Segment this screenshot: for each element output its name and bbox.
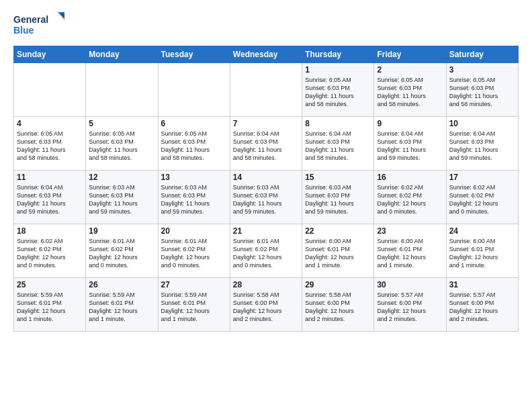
weekday-header: Saturday (446, 46, 518, 63)
calendar-cell: 19Sunrise: 6:01 AM Sunset: 6:02 PM Dayli… (86, 224, 158, 278)
calendar-cell (86, 63, 158, 117)
cell-info: Sunrise: 6:03 AM Sunset: 6:03 PM Dayligh… (305, 183, 371, 216)
calendar-cell: 4Sunrise: 6:05 AM Sunset: 6:03 PM Daylig… (14, 117, 86, 171)
cell-info: Sunrise: 6:00 AM Sunset: 6:01 PM Dayligh… (449, 237, 515, 270)
svg-text:Blue: Blue (13, 25, 34, 36)
calendar-week-row: 1Sunrise: 6:05 AM Sunset: 6:03 PM Daylig… (14, 63, 519, 117)
calendar-cell: 6Sunrise: 6:05 AM Sunset: 6:03 PM Daylig… (158, 117, 230, 171)
cell-info: Sunrise: 6:01 AM Sunset: 6:02 PM Dayligh… (161, 237, 227, 270)
calendar-cell (158, 63, 230, 117)
weekday-header: Sunday (14, 46, 86, 63)
calendar-cell: 28Sunrise: 5:58 AM Sunset: 6:00 PM Dayli… (230, 278, 302, 332)
calendar-cell: 23Sunrise: 6:00 AM Sunset: 6:01 PM Dayli… (374, 224, 446, 278)
cell-info: Sunrise: 6:02 AM Sunset: 6:02 PM Dayligh… (449, 183, 515, 216)
cell-info: Sunrise: 5:59 AM Sunset: 6:01 PM Dayligh… (89, 291, 154, 324)
calendar-cell (230, 63, 302, 117)
day-number: 30 (377, 280, 443, 289)
day-number: 14 (233, 173, 299, 182)
calendar-cell: 14Sunrise: 6:03 AM Sunset: 6:03 PM Dayli… (230, 171, 302, 224)
cell-info: Sunrise: 6:05 AM Sunset: 6:03 PM Dayligh… (161, 130, 227, 163)
calendar-cell: 25Sunrise: 5:59 AM Sunset: 6:01 PM Dayli… (14, 278, 86, 332)
day-number: 1 (305, 65, 371, 75)
day-number: 3 (449, 65, 515, 75)
weekday-header: Friday (374, 46, 446, 63)
calendar-cell: 13Sunrise: 6:03 AM Sunset: 6:03 PM Dayli… (158, 171, 230, 224)
cell-info: Sunrise: 6:02 AM Sunset: 6:02 PM Dayligh… (377, 183, 443, 216)
page: General Blue SundayMondayTuesdayWednesda… (0, 0, 532, 411)
calendar-cell: 2Sunrise: 6:05 AM Sunset: 6:03 PM Daylig… (374, 63, 446, 117)
day-number: 9 (377, 119, 443, 128)
calendar-cell: 9Sunrise: 6:04 AM Sunset: 6:03 PM Daylig… (374, 117, 446, 171)
calendar-cell: 3Sunrise: 6:05 AM Sunset: 6:03 PM Daylig… (446, 63, 518, 117)
cell-info: Sunrise: 6:05 AM Sunset: 6:03 PM Dayligh… (449, 76, 515, 109)
svg-text:General: General (13, 14, 48, 25)
cell-info: Sunrise: 6:03 AM Sunset: 6:03 PM Dayligh… (161, 183, 227, 216)
cell-info: Sunrise: 5:57 AM Sunset: 6:00 PM Dayligh… (449, 291, 515, 324)
calendar-cell: 10Sunrise: 6:04 AM Sunset: 6:03 PM Dayli… (446, 117, 518, 171)
cell-info: Sunrise: 6:05 AM Sunset: 6:03 PM Dayligh… (89, 130, 154, 163)
cell-info: Sunrise: 6:01 AM Sunset: 6:02 PM Dayligh… (89, 237, 154, 270)
calendar-cell: 7Sunrise: 6:04 AM Sunset: 6:03 PM Daylig… (230, 117, 302, 171)
day-number: 22 (305, 226, 371, 236)
calendar-cell (14, 63, 86, 117)
calendar-cell: 1Sunrise: 6:05 AM Sunset: 6:03 PM Daylig… (302, 63, 374, 117)
calendar-week-row: 25Sunrise: 5:59 AM Sunset: 6:01 PM Dayli… (14, 278, 519, 332)
svg-marker-3 (59, 13, 64, 20)
cell-info: Sunrise: 6:03 AM Sunset: 6:03 PM Dayligh… (233, 183, 299, 216)
calendar-cell: 17Sunrise: 6:02 AM Sunset: 6:02 PM Dayli… (446, 171, 518, 224)
day-number: 10 (449, 119, 515, 128)
day-number: 20 (161, 226, 227, 236)
weekday-header: Tuesday (158, 46, 230, 63)
calendar-week-row: 4Sunrise: 6:05 AM Sunset: 6:03 PM Daylig… (14, 117, 519, 171)
calendar-cell: 5Sunrise: 6:05 AM Sunset: 6:03 PM Daylig… (86, 117, 158, 171)
day-number: 27 (161, 280, 227, 289)
cell-info: Sunrise: 6:05 AM Sunset: 6:03 PM Dayligh… (377, 76, 443, 109)
calendar-cell: 27Sunrise: 5:59 AM Sunset: 6:01 PM Dayli… (158, 278, 230, 332)
day-number: 28 (233, 280, 299, 289)
cell-info: Sunrise: 6:00 AM Sunset: 6:01 PM Dayligh… (377, 237, 443, 270)
header: General Blue (13, 11, 519, 39)
calendar-cell: 15Sunrise: 6:03 AM Sunset: 6:03 PM Dayli… (302, 171, 374, 224)
calendar-cell: 16Sunrise: 6:02 AM Sunset: 6:02 PM Dayli… (374, 171, 446, 224)
cell-info: Sunrise: 6:00 AM Sunset: 6:01 PM Dayligh… (305, 237, 371, 270)
cell-info: Sunrise: 5:58 AM Sunset: 6:00 PM Dayligh… (305, 291, 371, 324)
day-number: 19 (89, 226, 154, 236)
weekday-header: Wednesday (230, 46, 302, 63)
cell-info: Sunrise: 6:04 AM Sunset: 6:03 PM Dayligh… (17, 183, 83, 216)
calendar-cell: 8Sunrise: 6:04 AM Sunset: 6:03 PM Daylig… (302, 117, 374, 171)
weekday-header: Monday (86, 46, 158, 63)
cell-info: Sunrise: 5:59 AM Sunset: 6:01 PM Dayligh… (161, 291, 227, 324)
cell-info: Sunrise: 6:02 AM Sunset: 6:02 PM Dayligh… (17, 237, 83, 270)
day-number: 4 (17, 119, 83, 128)
day-number: 23 (377, 226, 443, 236)
day-number: 17 (449, 173, 515, 182)
day-number: 21 (233, 226, 299, 236)
day-number: 29 (305, 280, 371, 289)
calendar-cell: 31Sunrise: 5:57 AM Sunset: 6:00 PM Dayli… (446, 278, 518, 332)
day-number: 18 (17, 226, 83, 236)
calendar-table: SundayMondayTuesdayWednesdayThursdayFrid… (13, 46, 519, 332)
calendar-cell: 21Sunrise: 6:01 AM Sunset: 6:02 PM Dayli… (230, 224, 302, 278)
calendar-cell: 20Sunrise: 6:01 AM Sunset: 6:02 PM Dayli… (158, 224, 230, 278)
calendar-cell: 11Sunrise: 6:04 AM Sunset: 6:03 PM Dayli… (14, 171, 86, 224)
day-number: 12 (89, 173, 154, 182)
cell-info: Sunrise: 6:01 AM Sunset: 6:02 PM Dayligh… (233, 237, 299, 270)
day-number: 2 (377, 65, 443, 75)
calendar-cell: 30Sunrise: 5:57 AM Sunset: 6:00 PM Dayli… (374, 278, 446, 332)
day-number: 5 (89, 119, 154, 128)
day-number: 25 (17, 280, 83, 289)
calendar-week-row: 18Sunrise: 6:02 AM Sunset: 6:02 PM Dayli… (14, 224, 519, 278)
calendar-cell: 12Sunrise: 6:03 AM Sunset: 6:03 PM Dayli… (86, 171, 158, 224)
cell-info: Sunrise: 6:03 AM Sunset: 6:03 PM Dayligh… (89, 183, 154, 216)
cell-info: Sunrise: 6:04 AM Sunset: 6:03 PM Dayligh… (233, 130, 299, 163)
header-row: SundayMondayTuesdayWednesdayThursdayFrid… (14, 46, 519, 63)
cell-info: Sunrise: 6:04 AM Sunset: 6:03 PM Dayligh… (449, 130, 515, 163)
logo: General Blue (13, 11, 67, 39)
calendar-cell: 22Sunrise: 6:00 AM Sunset: 6:01 PM Dayli… (302, 224, 374, 278)
day-number: 13 (161, 173, 227, 182)
day-number: 31 (449, 280, 515, 289)
calendar-cell: 18Sunrise: 6:02 AM Sunset: 6:02 PM Dayli… (14, 224, 86, 278)
calendar-week-row: 11Sunrise: 6:04 AM Sunset: 6:03 PM Dayli… (14, 171, 519, 224)
cell-info: Sunrise: 6:05 AM Sunset: 6:03 PM Dayligh… (17, 130, 83, 163)
calendar-cell: 26Sunrise: 5:59 AM Sunset: 6:01 PM Dayli… (86, 278, 158, 332)
